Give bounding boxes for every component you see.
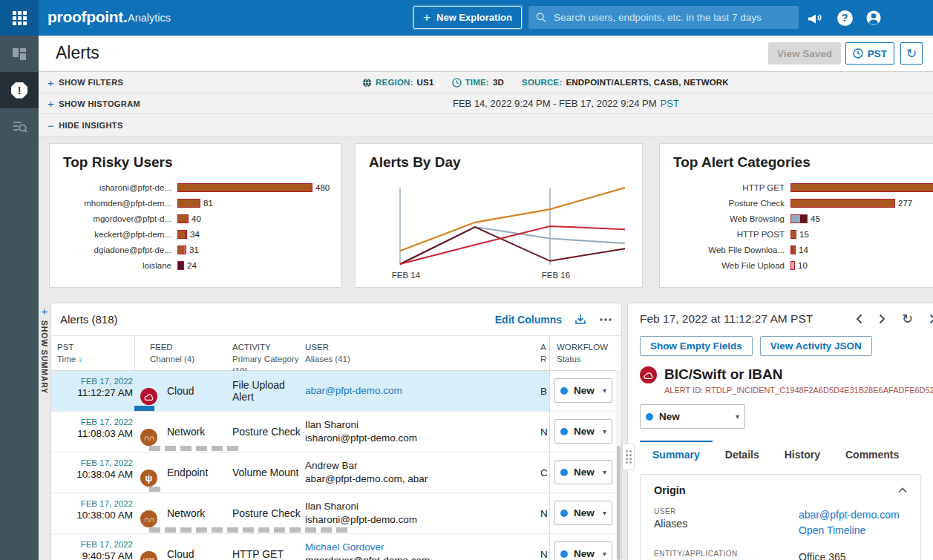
series-slate-blue xyxy=(400,227,625,264)
view-activity-json-button[interactable]: View Activity JSON xyxy=(760,336,872,356)
hide-insights-toggle[interactable]: − HIDE INSIGHTS xyxy=(48,120,123,131)
sidebar-item-alerts[interactable]: ! xyxy=(0,72,39,108)
table-row[interactable]: FEB 17, 202210:38:04 AMψEndpointVolume M… xyxy=(51,452,621,493)
activity-category: Volume Mount xyxy=(232,452,305,493)
user-aliases: Ilan Sharoniisharoni@pfpt-demo.com xyxy=(305,412,540,452)
alert-id: ALERT ID: RTDLP_INCIDENT_C1948F2A6D5D4E3… xyxy=(664,386,933,395)
view-saved-button[interactable]: View Saved xyxy=(768,42,841,65)
feed-icon-network: ∩∩ xyxy=(140,429,157,446)
more-options-button[interactable] xyxy=(599,317,612,322)
product-name: Analytics xyxy=(128,12,171,24)
status-dropdown[interactable]: New▾ xyxy=(554,378,612,403)
cloud-alert-icon xyxy=(640,366,657,383)
region-filter[interactable]: REGION: US1 xyxy=(362,78,434,88)
clipped-column-value: N xyxy=(540,412,549,452)
show-summary-toggle[interactable]: + SHOW SUMMARY xyxy=(39,305,50,394)
alert-status-dropdown[interactable]: New ▾ xyxy=(640,404,745,429)
caret-down-icon: ▾ xyxy=(603,468,606,476)
caret-down-icon: ▾ xyxy=(603,427,606,435)
show-filters-toggle[interactable]: + SHOW FILTERS xyxy=(48,77,123,88)
page-header: Alerts View Saved PST ↻ xyxy=(39,36,933,72)
table-row[interactable]: FEB 17, 202211:12:27 AMCloudFile Upload … xyxy=(51,371,621,412)
tab-details[interactable]: Details xyxy=(713,441,772,467)
global-search[interactable] xyxy=(528,6,799,29)
svg-text:FEB 16: FEB 16 xyxy=(542,271,570,280)
status-dropdown[interactable]: New▾ xyxy=(554,541,612,560)
table-row[interactable]: FEB 17, 202211:08:03 AM∩∩NetworkPosture … xyxy=(51,412,621,452)
top-risky-users-card: Top Risky Users isharoni@pfpt-de...480mh… xyxy=(49,143,341,288)
user-link[interactable]: Michael Gordover xyxy=(305,541,540,554)
chart-title: Alerts By Day xyxy=(369,154,630,171)
user-link[interactable]: abar@pfpt-demo.com xyxy=(305,384,540,398)
sidebar-item-explorations[interactable] xyxy=(0,108,39,145)
bottom-section: + SHOW SUMMARY Alerts (818) Edit Columns… xyxy=(39,297,933,560)
page-title: Alerts xyxy=(56,43,99,63)
alert-name: BIC/Swift or IBAN xyxy=(664,366,782,383)
next-alert-button[interactable] xyxy=(879,314,885,324)
filters-row: + SHOW FILTERS REGION: US1 TIME: 3D SOUR… xyxy=(39,72,933,93)
chevron-up-icon[interactable] xyxy=(898,487,907,493)
chart-title: Top Risky Users xyxy=(63,154,329,171)
edit-columns-button[interactable]: Edit Columns xyxy=(495,314,562,326)
left-nav: ! xyxy=(0,36,39,560)
help-button[interactable]: ? xyxy=(836,9,854,27)
status-dropdown[interactable]: New▾ xyxy=(554,419,612,444)
status-dot-icon xyxy=(560,469,568,476)
new-exploration-button[interactable]: + New Exploration xyxy=(413,6,522,29)
tab-comments[interactable]: Comments xyxy=(833,441,911,467)
panel-resize-handle[interactable] xyxy=(622,444,635,470)
time-filter[interactable]: TIME: 3D xyxy=(452,78,504,88)
show-histogram-toggle[interactable]: + SHOW HISTOGRAM xyxy=(48,98,140,109)
alerts-by-day-chart: FEB 14FEB 16 xyxy=(367,179,632,283)
caret-down-icon: ▾ xyxy=(736,412,739,421)
bar-row: Web File Upload10 xyxy=(672,257,933,273)
origin-section: Origin USERAliasesabar@pfpt-demo.comOpen… xyxy=(640,474,921,560)
refresh-detail-button[interactable]: ↻ xyxy=(902,311,913,327)
origin-field: USERAliasesabar@pfpt-demo.comOpen Timeli… xyxy=(654,507,907,538)
collapse-panel-button[interactable] xyxy=(929,314,933,324)
feed-icon-network: ∩∩ xyxy=(140,510,157,527)
prev-alert-button[interactable] xyxy=(856,314,862,324)
app-grid-icon xyxy=(13,11,27,25)
table-row[interactable]: FEB 17, 20229:40:57 AMHTTPCloudHTTP GETM… xyxy=(51,534,621,560)
minus-icon: − xyxy=(48,120,54,131)
table-scrollbar[interactable] xyxy=(616,370,621,560)
field-value-link[interactable]: abar@pfpt-demo.com xyxy=(799,507,907,523)
alert-detail-panel: Feb 17, 2022 at 11:12:27 AM PST ↻ Show E… xyxy=(627,303,933,560)
top-alert-categories-card: Top Alert Categories HTTP GET392Posture … xyxy=(659,143,933,288)
clipped-column-value: N xyxy=(540,493,549,533)
caret-down-icon: ▾ xyxy=(603,550,606,558)
column-header-workflow[interactable]: WORKFLOWStatus xyxy=(549,336,616,370)
sort-desc-icon: ↓ xyxy=(76,355,82,363)
timezone-button[interactable]: PST xyxy=(845,42,894,65)
bar-row: mgordover@pfpt-d...40 xyxy=(62,211,329,226)
show-empty-fields-button[interactable]: Show Empty Fields xyxy=(640,336,753,356)
account-button[interactable] xyxy=(865,9,883,27)
app-launcher-button[interactable] xyxy=(0,0,39,36)
filter-meta: REGION: US1 TIME: 3D SOURCE: ENDPOINT/AL… xyxy=(362,78,729,88)
alerts-table-header: Alerts (818) Edit Columns xyxy=(51,303,621,336)
status-dropdown[interactable]: New▾ xyxy=(554,460,612,484)
histogram-row: + SHOW HISTOGRAM FEB 14, 2022 9:24 PM - … xyxy=(39,93,933,114)
alerts-table: Alerts (818) Edit Columns PSTTime ↓FEEDC… xyxy=(50,303,622,560)
table-row[interactable]: FEB 17, 202210:38:00 AM∩∩NetworkPosture … xyxy=(51,493,621,534)
user-aliases: Andrew Barabar@pfpt-demo.com, abar xyxy=(305,452,540,493)
chevron-right-icon xyxy=(929,314,933,324)
insights-section: Top Risky Users isharoni@pfpt-de...480mh… xyxy=(39,137,933,298)
caret-down-icon: ▾ xyxy=(603,386,606,395)
sidebar-item-dashboards[interactable] xyxy=(0,36,39,72)
refresh-button[interactable]: ↻ xyxy=(900,42,923,65)
download-button[interactable] xyxy=(574,313,587,326)
explore-search-icon xyxy=(12,119,27,134)
source-filter[interactable]: SOURCE: ENDPOINT/ALERTS, CASB, NETWORK xyxy=(522,78,729,87)
status-dropdown[interactable]: New▾ xyxy=(554,501,612,525)
search-input[interactable] xyxy=(552,11,791,24)
help-icon: ? xyxy=(837,10,853,26)
tab-history[interactable]: History xyxy=(772,441,833,467)
svg-text:FEB 14: FEB 14 xyxy=(392,271,421,280)
alert-time: FEB 17, 202211:08:03 AM xyxy=(57,412,140,452)
bar-row: Web Browsing45 xyxy=(672,211,933,226)
announcements-button[interactable] xyxy=(806,9,824,27)
tab-summary[interactable]: Summary xyxy=(640,441,713,467)
field-value-link[interactable]: Open Timeline xyxy=(799,523,907,538)
